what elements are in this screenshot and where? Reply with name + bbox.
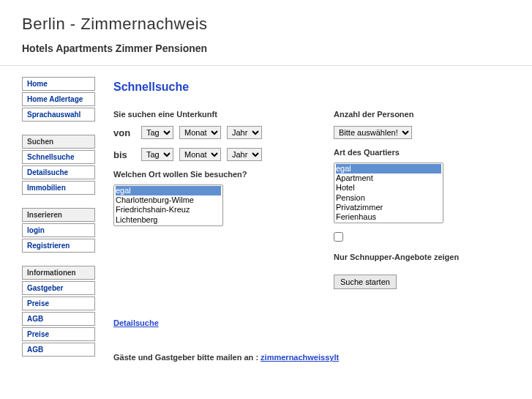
sidebar: Home Home Adlertage Sprachauswahl Suchen… xyxy=(0,77,99,370)
search-col-left: Sie suchen eine Unterkunft von Tag Monat… xyxy=(113,110,297,289)
nav-home[interactable]: Home xyxy=(22,77,95,91)
nav-home-adlertage[interactable]: Home Adlertage xyxy=(22,92,95,106)
nav-preise-1[interactable]: Preise xyxy=(22,297,95,310)
nav-header-informationen: Informationen xyxy=(22,266,95,280)
schnupper-checkbox[interactable] xyxy=(334,232,343,242)
nav-header-suchen: Suchen xyxy=(22,135,95,149)
search-col-right: Anzahl der Personen Bitte auswählen! Art… xyxy=(334,110,517,289)
footer-text: Gäste und Gastgeber bitte mailen an : zi… xyxy=(113,353,517,362)
footer-prefix: Gäste und Gastgeber bitte mailen an : xyxy=(113,353,261,362)
type-select[interactable]: egal Apartment Hotel Pension Privatzimme… xyxy=(334,163,443,223)
from-year-select[interactable]: Jahr xyxy=(227,126,262,139)
schnupper-row xyxy=(334,232,517,244)
nav-agb-1[interactable]: AGB xyxy=(22,312,95,326)
detail-link[interactable]: Detailsuche xyxy=(113,318,517,327)
nav-group-inserieren: Inserieren login Registrieren xyxy=(22,208,95,253)
container: Home Home Adlertage Sprachauswahl Suchen… xyxy=(0,66,532,370)
to-year-select[interactable]: Jahr xyxy=(227,148,262,161)
nav-gastgeber[interactable]: Gastgeber xyxy=(22,281,95,295)
header: Berlin - Zimmernachweis Hotels Apartment… xyxy=(0,0,532,66)
nav-group-informationen: Informationen Gastgeber Preise AGB Preis… xyxy=(22,266,95,357)
from-label: von xyxy=(113,127,135,138)
schnupper-label: Nur Schnupper-Angebote zeigen xyxy=(334,253,517,261)
nav-group-main: Home Home Adlertage Sprachauswahl xyxy=(22,77,95,122)
site-title: Berlin - Zimmernachweis xyxy=(22,15,510,34)
nav-detailsuche[interactable]: Detailsuche xyxy=(22,165,95,179)
footer-email-link[interactable]: zimmernachweissylt xyxy=(261,353,339,362)
to-month-select[interactable]: Monat xyxy=(179,148,221,161)
nav-registrieren[interactable]: Registrieren xyxy=(22,239,95,253)
to-label: bis xyxy=(113,149,135,160)
nav-agb-2[interactable]: AGB xyxy=(22,343,95,357)
location-select[interactable]: egal Charlottenburg-Wilme Friedrichshain… xyxy=(113,184,223,226)
nav-immobilien[interactable]: Immobilien xyxy=(22,181,95,195)
to-day-select[interactable]: Tag xyxy=(141,148,173,161)
nav-schnellsuche[interactable]: Schnellsuche xyxy=(22,150,95,164)
type-label: Art des Quartiers xyxy=(334,148,517,157)
persons-label: Anzahl der Personen xyxy=(334,110,517,119)
nav-sprachauswahl[interactable]: Sprachauswahl xyxy=(22,108,95,122)
date-to-row: bis Tag Monat Jahr xyxy=(113,148,297,161)
site-subtitle: Hotels Apartments Zimmer Pensionen xyxy=(22,42,510,54)
location-label: Welchen Ort wollen Sie besuchen? xyxy=(113,170,297,179)
date-from-row: von Tag Monat Jahr xyxy=(113,126,297,139)
from-day-select[interactable]: Tag xyxy=(141,126,173,139)
nav-preise-2[interactable]: Preise xyxy=(22,327,95,341)
nav-header-inserieren: Inserieren xyxy=(22,208,95,222)
persons-select[interactable]: Bitte auswählen! xyxy=(334,126,412,139)
submit-button[interactable]: Suche starten xyxy=(334,275,397,289)
main-content: Schnellsuche Sie suchen eine Unterkunft … xyxy=(99,77,532,370)
from-month-select[interactable]: Monat xyxy=(179,126,221,139)
search-label: Sie suchen eine Unterkunft xyxy=(113,110,297,119)
page-title: Schnellsuche xyxy=(113,81,517,94)
nav-login[interactable]: login xyxy=(22,223,95,237)
nav-group-suchen: Suchen Schnellsuche Detailsuche Immobili… xyxy=(22,135,95,195)
search-row: Sie suchen eine Unterkunft von Tag Monat… xyxy=(113,110,517,289)
